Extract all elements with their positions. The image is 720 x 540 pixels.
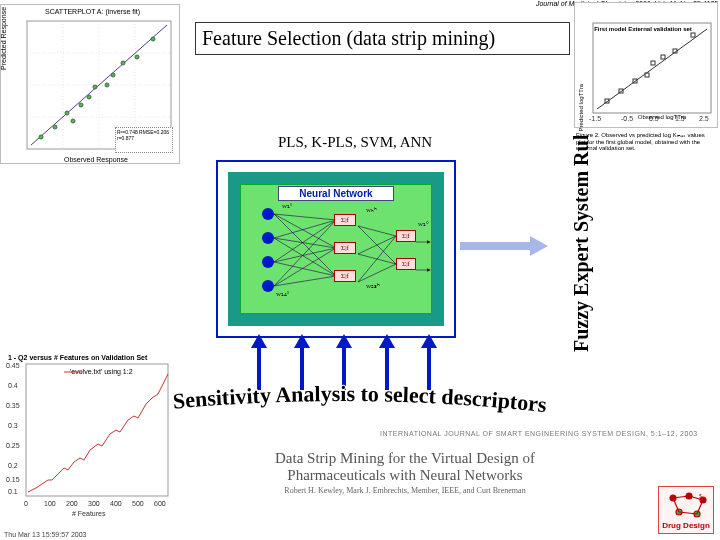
timestamp: Thu Mar 13 15:59:57 2003 xyxy=(4,531,87,538)
arrow-up-group xyxy=(254,334,434,390)
svg-text:$: $ xyxy=(699,493,702,499)
svg-text:200: 200 xyxy=(66,500,78,507)
svg-point-37 xyxy=(121,61,125,65)
svg-text:2.5: 2.5 xyxy=(699,115,709,122)
svg-text:400: 400 xyxy=(110,500,122,507)
svg-point-36 xyxy=(105,83,109,87)
scatter-legend: R²=0.748 RMSE=0.206 r=0.877 xyxy=(115,127,173,153)
svg-text:-1.5: -1.5 xyxy=(589,115,601,122)
svg-point-41 xyxy=(111,73,115,77)
drug-design-logo: $ Drug Design xyxy=(658,486,714,534)
left-ylabel: Predicted Response xyxy=(0,7,7,70)
svg-point-42 xyxy=(71,119,75,123)
svg-text:0.45: 0.45 xyxy=(6,362,20,369)
svg-line-11 xyxy=(274,276,336,286)
right-ylabel: Predicted logTTra xyxy=(578,84,584,131)
svg-text:SCATTERPLOT A: (inverse fit): SCATTERPLOT A: (inverse fit) xyxy=(45,8,140,16)
svg-text:600: 600 xyxy=(154,500,166,507)
figure-caption: Figure 2. Observed vs predicted log Kₘₐₓ… xyxy=(576,132,716,152)
paper-journal: INTERNATIONAL JOURNAL OF SMART ENGINEERI… xyxy=(380,430,698,437)
svg-line-16 xyxy=(358,236,396,282)
right-scatter-plot: -1.5-0.50.5 1.52.5 xyxy=(574,2,718,128)
svg-text:0.3: 0.3 xyxy=(8,422,18,429)
svg-line-44 xyxy=(597,29,707,109)
svg-text:Fuzzy Expert System Rul: Fuzzy Expert System Rul xyxy=(570,134,593,352)
svg-rect-51 xyxy=(691,33,695,37)
arrow-right-icon xyxy=(460,236,550,256)
svg-text:0.1: 0.1 xyxy=(8,488,18,495)
methods-label: PLS, K-PLS, SVM, ANN xyxy=(278,134,432,151)
page-title: Feature Selection (data strip mining) xyxy=(195,22,570,55)
svg-rect-49 xyxy=(661,55,665,59)
svg-point-39 xyxy=(151,37,155,41)
right-scatter-title: First model External validation set xyxy=(588,26,698,32)
svg-text:GA or Sensitivity Analysis to : GA or Sensitivity Analysis to select des… xyxy=(108,384,548,420)
svg-text:# Features: # Features xyxy=(72,510,106,517)
right-xlabel: Observed logTTra xyxy=(638,114,686,120)
neural-network-diagram: Neural Network Σ|f Σ|f Σ|f Σ|f Σ|f w₁¹ w… xyxy=(216,160,456,338)
svg-line-86 xyxy=(697,500,703,514)
svg-text:-0.5: -0.5 xyxy=(621,115,633,122)
paper-title-block: Data Strip Mining for the Virtual Design… xyxy=(240,450,570,495)
left-xlabel: Observed Response xyxy=(64,156,128,163)
svg-text:300: 300 xyxy=(88,500,100,507)
svg-text:0.2: 0.2 xyxy=(8,462,18,469)
svg-text:500: 500 xyxy=(132,500,144,507)
svg-point-32 xyxy=(53,125,57,129)
svg-line-3 xyxy=(274,220,336,238)
svg-text:100: 100 xyxy=(44,500,56,507)
svg-text:0: 0 xyxy=(24,500,28,507)
svg-line-5 xyxy=(274,238,336,276)
svg-text:0.25: 0.25 xyxy=(6,442,20,449)
fuzzy-wordart: Fuzzy Expert System Rul xyxy=(556,132,604,356)
svg-point-35 xyxy=(93,85,97,89)
svg-line-17 xyxy=(358,264,396,282)
left-scatter-plot: SCATTERPLOT A: (inverse fit) R²=0.748 RM… xyxy=(0,4,180,164)
svg-line-6 xyxy=(274,220,336,262)
svg-line-12 xyxy=(358,226,396,236)
svg-text:1 - Q2 versus # Features on Va: 1 - Q2 versus # Features on Validation S… xyxy=(8,354,148,362)
svg-line-8 xyxy=(274,262,336,276)
svg-line-14 xyxy=(358,236,396,254)
svg-point-33 xyxy=(65,111,69,115)
svg-point-31 xyxy=(39,135,43,139)
svg-rect-52 xyxy=(651,61,655,65)
line-chart: 1 - Q2 versus # Features on Validation S… xyxy=(2,350,174,518)
svg-text:0.35: 0.35 xyxy=(6,402,20,409)
svg-line-9 xyxy=(274,220,336,286)
svg-point-40 xyxy=(87,95,91,99)
svg-line-7 xyxy=(274,248,336,262)
svg-text:0.15: 0.15 xyxy=(6,476,20,483)
svg-point-34 xyxy=(79,103,83,107)
svg-text:0.4: 0.4 xyxy=(8,382,18,389)
svg-line-85 xyxy=(673,498,679,512)
svg-rect-61 xyxy=(26,364,168,496)
svg-point-38 xyxy=(135,55,139,59)
